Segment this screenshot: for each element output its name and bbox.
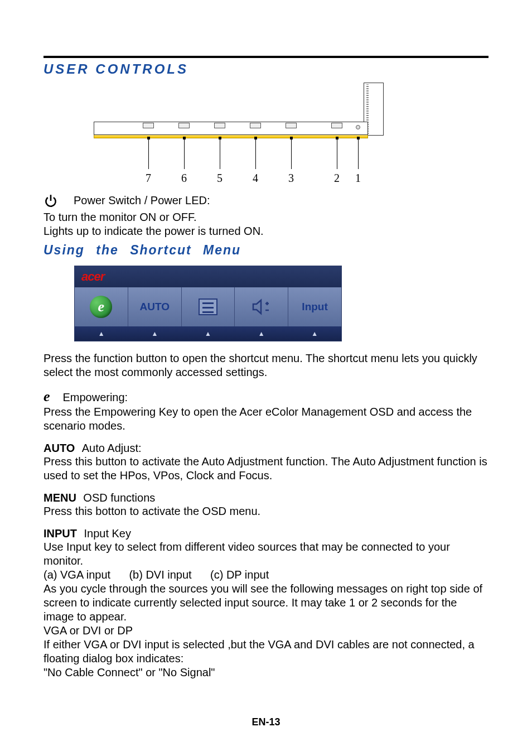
empowering-e-icon: e [43,388,60,405]
empowering-text: Press the Empowering Key to open the Ace… [43,405,489,433]
input-text3: If either VGA or DVI input is selected ,… [43,638,489,666]
osd-menu-graphic: acer e AUTO Input ▲ ▲ ▲ ▲ ▲ [74,266,342,341]
menu-label: MENU [43,492,76,504]
auto-title: Auto Adjust: [82,442,142,454]
osd-header: acer [75,266,341,287]
top-rule [43,56,489,58]
osd-cell-input: Input [288,287,341,326]
callout-6: 6 [181,172,187,185]
auto-label: AUTO [43,442,75,455]
input-text4: "No Cable Connect" or "No Signal" [43,666,489,680]
svg-marker-2 [253,300,261,314]
osd-arrow-4: ▲ [235,326,288,341]
menu-text: Press this botton to activate the OSD me… [43,504,489,518]
input-modes: VGA or DVI or DP [43,624,489,638]
empowering-title: Empowering: [62,391,128,403]
callout-3: 3 [288,172,294,185]
callout-1: 1 [355,172,361,185]
power-heading: Power Switch / Power LED: [74,194,210,208]
osd-arrow-1: ▲ [75,326,128,341]
callout-7: 7 [146,172,151,185]
power-line1: To turn the monitor ON or OFF. [43,210,489,224]
input-text2: As you cycle through the sources you wil… [43,582,489,624]
osd-cell-empowering: e [75,287,128,326]
page-number: EN-13 [0,716,532,728]
power-section: Power Switch / Power LED: [43,194,489,210]
osd-arrow-2: ▲ [128,326,182,341]
input-options: (a) VGA input (b) DVI input (c) DP input [43,568,489,582]
input-label: INPUT [43,527,77,540]
input-text1: Use Input key to select from different v… [43,540,489,568]
auto-text: Press this button to activate the Auto A… [43,455,489,483]
osd-arrow-5: ▲ [288,326,341,341]
power-line2: Lights up to indicate the power is turne… [43,224,489,238]
menu-icon [199,298,217,315]
subsection-title: Using the Shortcut Menu [43,243,489,258]
empowering-icon: e [90,296,112,318]
auto-block: AUTO Auto Adjust: Press this button to a… [43,442,489,483]
callout-4: 4 [253,172,258,185]
osd-arrow-3: ▲ [181,326,235,341]
section-title: USER CONTROLS [43,61,489,77]
acer-logo: acer [81,269,104,284]
intro-text: Press the function button to open the sh… [43,351,489,379]
monitor-diagram: 7 6 5 4 3 2 1 [94,83,384,191]
volume-icon [252,298,271,315]
osd-cell-menu [181,287,235,326]
input-block: INPUT Input Key Use Input key to select … [43,527,489,680]
osd-cell-auto: AUTO [128,287,181,326]
menu-title: OSD functions [83,492,155,504]
power-icon [43,194,58,210]
empowering-block: e Empowering: Press the Empowering Key t… [43,388,489,433]
input-title: Input Key [84,527,131,540]
osd-cell-volume [234,287,288,326]
callout-5: 5 [217,172,223,185]
callout-2: 2 [334,172,340,185]
menu-block: MENU OSD functions Press this botton to … [43,492,489,518]
